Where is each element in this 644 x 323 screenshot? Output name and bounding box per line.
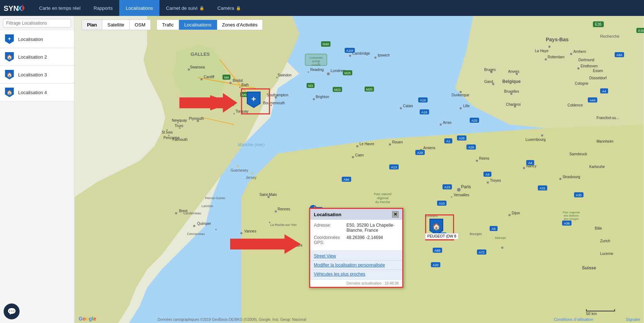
svg-point-92	[508, 214, 511, 216]
svg-text:A28: A28	[417, 151, 423, 155]
lock-icon-camera: 🔒	[236, 6, 241, 11]
svg-text:Versailles: Versailles	[454, 193, 469, 197]
svg-text:Manche (mer): Manche (mer)	[238, 142, 265, 147]
svg-text:Parc naturel: Parc naturel	[374, 192, 392, 196]
svg-text:A13: A13	[391, 165, 397, 169]
svg-text:Lannion: Lannion	[201, 204, 213, 208]
svg-point-79	[277, 247, 279, 249]
nav-camera[interactable]: Caméra 🔒	[211, 0, 248, 16]
svg-point-11	[327, 72, 330, 75]
sidebar: + Localisation 🏠 Localisation 2 🏠	[0, 16, 74, 323]
sidebar-item-loc1[interactable]: + Localisation	[0, 30, 74, 48]
svg-point-73	[400, 107, 402, 109]
chat-button[interactable]: 💬	[4, 303, 20, 319]
svg-point-13	[457, 188, 461, 192]
signal-link[interactable]: Signaler	[626, 317, 640, 322]
nav-rapports[interactable]: Rapports	[87, 0, 119, 16]
svg-text:Bâle: Bâle	[595, 226, 602, 230]
sidebar-filter-area	[0, 16, 74, 30]
view-button-group: Plan Satellite OSM	[82, 20, 151, 30]
svg-text:Southampton: Southampton	[267, 93, 288, 97]
svg-point-101	[570, 53, 572, 55]
svg-text:Bournemouth: Bournemouth	[263, 101, 285, 105]
svg-text:A89: A89	[435, 249, 440, 252]
app-logo: SYN X	[4, 3, 25, 13]
nav-realtime[interactable]: Carte en temps réel	[33, 0, 87, 16]
filter-zones-button[interactable]: Zones d'Activités	[217, 20, 263, 30]
svg-point-116	[460, 107, 462, 109]
svg-text:A35: A35	[576, 193, 582, 197]
svg-point-84	[476, 160, 478, 162]
svg-text:Brighton: Brighton	[316, 95, 329, 99]
svg-text:A66: A66	[616, 53, 622, 57]
svg-point-63	[275, 210, 277, 213]
svg-point-67	[356, 145, 358, 147]
nav-carnet[interactable]: Carnet de suivi 🔒	[159, 0, 211, 16]
map-container[interactable]: Plan Satellite OSM Trafic Localisations …	[74, 16, 644, 323]
svg-text:Zurich: Zurich	[600, 239, 610, 243]
filter-button-group: Trafic Localisations Zones d'Activités	[157, 20, 263, 30]
popup-link-modify[interactable]: Modifier la localisation personnalisée	[310, 261, 402, 270]
svg-text:🏠: 🏠	[7, 89, 13, 96]
svg-text:des Vosges: des Vosges	[564, 217, 578, 221]
svg-text:Le Havre: Le Havre	[360, 142, 374, 146]
filter-input[interactable]	[3, 19, 71, 28]
lock-icon-carnet: 🔒	[199, 6, 204, 11]
view-satellite-button[interactable]: Satellite	[102, 20, 129, 30]
shield-house-icon-3: 🏠	[4, 70, 14, 80]
svg-text:Troyes: Troyes	[490, 179, 501, 183]
svg-point-17	[229, 82, 232, 84]
svg-point-33	[221, 106, 223, 108]
svg-point-55	[237, 165, 239, 167]
nav-localisations[interactable]: Localisations	[119, 0, 159, 16]
svg-text:A6: A6	[491, 227, 495, 231]
popup-link-streetview[interactable]: Street View	[310, 252, 402, 261]
filter-trafic-button[interactable]: Trafic	[157, 20, 179, 30]
popup-title: Localisation	[314, 212, 341, 217]
svg-text:du Perche: du Perche	[375, 200, 390, 204]
svg-text:Francfort-su...: Francfort-su...	[597, 116, 619, 120]
conditions-link[interactable]: Conditions d'utilisation	[554, 317, 593, 322]
sidebar-item-loc4[interactable]: 🏠 Localisation 4	[0, 84, 74, 101]
svg-text:Rotterdam: Rotterdam	[548, 55, 565, 59]
svg-text:E35: E35	[638, 29, 644, 33]
svg-text:Rennes: Rennes	[278, 207, 290, 211]
svg-point-69	[352, 156, 354, 158]
svg-text:Dijon: Dijon	[512, 211, 520, 215]
sidebar-item-loc3[interactable]: 🏠 Localisation 3	[0, 66, 74, 84]
svg-text:Jersey: Jersey	[246, 176, 256, 180]
popup-gps-value: 48.26396 -2.14694	[346, 235, 383, 245]
svg-text:Dunkerque: Dunkerque	[452, 93, 469, 97]
svg-point-71	[389, 143, 391, 146]
svg-point-86	[559, 178, 561, 180]
svg-text:Truro: Truro	[175, 124, 183, 128]
info-popup-body: Adresse: E50, 35290 La Chapelle-Blanche,…	[310, 220, 402, 250]
sidebar-item-label-loc1: Localisation	[18, 37, 43, 42]
filter-localisations-button[interactable]: Localisations	[179, 20, 217, 30]
view-osm-button[interactable]: OSM	[130, 20, 151, 30]
map-marker-location1[interactable]: +	[246, 91, 261, 110]
svg-text:Coblence: Coblence	[568, 103, 583, 107]
svg-point-228	[318, 63, 319, 64]
svg-point-83	[215, 229, 217, 230]
svg-point-81	[240, 232, 242, 234]
svg-text:+: +	[8, 35, 11, 42]
popup-close-button[interactable]: ✕	[392, 211, 399, 218]
svg-point-90	[487, 181, 489, 184]
svg-text:A16: A16	[420, 98, 426, 102]
popup-link-vehicles[interactable]: Véhicules les plus proches	[310, 270, 402, 278]
popup-gps-label: Coordonnées GPS:	[314, 235, 346, 245]
svg-text:Bourges: Bourges	[470, 232, 482, 236]
view-plan-button[interactable]: Plan	[82, 20, 102, 30]
popup-links-section: Street View Modifier la localisation per…	[310, 250, 402, 280]
svg-text:A20: A20	[433, 263, 439, 267]
google-attribution: Google	[79, 316, 96, 322]
svg-text:M40: M40	[323, 42, 329, 46]
svg-point-59	[175, 212, 177, 214]
svg-text:A1M: A1M	[346, 49, 353, 53]
svg-text:Karlsruhe: Karlsruhe	[589, 165, 605, 169]
svg-text:+: +	[252, 95, 256, 104]
svg-text:Plymouth: Plymouth	[189, 117, 204, 121]
sidebar-item-loc2[interactable]: 🏠 Localisation 2	[0, 48, 74, 66]
svg-text:Dortmund: Dortmund	[578, 58, 594, 62]
